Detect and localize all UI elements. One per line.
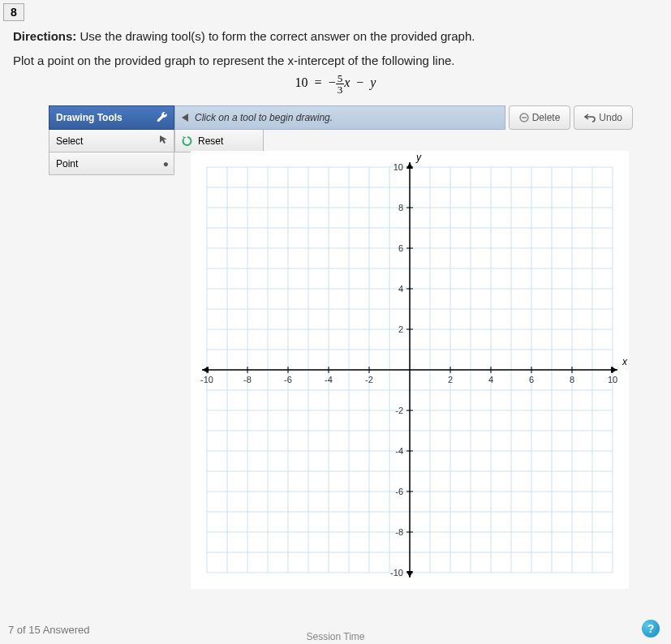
svg-text:4: 4: [488, 375, 493, 384]
point-icon: ●: [163, 158, 169, 170]
eq-frac-bot: 3: [336, 84, 345, 95]
svg-text:6: 6: [398, 243, 403, 253]
delete-icon: [519, 113, 529, 122]
reset-button[interactable]: Reset: [174, 130, 264, 152]
svg-text:-6: -6: [284, 375, 292, 384]
eq-minus: −: [356, 75, 363, 89]
tool-point[interactable]: Point ●: [49, 152, 174, 175]
session-timer-label: Session Time: [306, 631, 364, 642]
svg-text:8: 8: [570, 375, 574, 384]
svg-text:8: 8: [398, 203, 403, 213]
svg-text:x: x: [622, 356, 628, 367]
reset-label: Reset: [198, 135, 223, 147]
tools-list: Select Point ●: [49, 130, 174, 175]
toolbar: Drawing Tools Click on a tool to begin d…: [49, 105, 633, 130]
directions-line: Directions: Use the drawing tool(s) to f…: [13, 29, 475, 43]
svg-text:-2: -2: [395, 406, 403, 415]
svg-text:10: 10: [394, 162, 403, 172]
equation: 10 = −53x − y: [0, 73, 671, 95]
wrench-icon: [156, 111, 169, 124]
eq-x: x: [344, 75, 350, 89]
svg-text:-4: -4: [395, 446, 403, 456]
svg-text:-2: -2: [365, 375, 373, 384]
svg-text:-10: -10: [390, 568, 403, 577]
svg-text:y: y: [415, 152, 422, 163]
svg-text:10: 10: [608, 375, 617, 384]
eq-lhs: 10: [295, 75, 308, 89]
drawing-tools-header: Drawing Tools: [49, 105, 174, 130]
directions-label: Directions:: [13, 29, 76, 43]
eq-frac-top: 5: [336, 73, 345, 84]
cursor-icon: [159, 135, 169, 147]
svg-text:-10: -10: [200, 375, 213, 384]
graph-canvas[interactable]: -10-8-6-4-2246810-10-8-6-4-2246810xy: [191, 151, 629, 589]
delete-button[interactable]: Delete: [509, 105, 571, 130]
svg-text:6: 6: [529, 375, 534, 384]
directions-text: Use the drawing tool(s) to form the corr…: [76, 29, 475, 43]
drawing-panel: Drawing Tools Click on a tool to begin d…: [49, 105, 633, 175]
svg-text:2: 2: [448, 375, 453, 384]
eq-fraction: 53: [336, 73, 345, 95]
delete-label: Delete: [532, 112, 561, 123]
hint-bar: Click on a tool to begin drawing.: [174, 105, 505, 130]
svg-text:-4: -4: [325, 375, 333, 384]
hint-text: Click on a tool to begin drawing.: [195, 112, 333, 123]
undo-label: Undo: [599, 112, 622, 123]
undo-icon: [584, 113, 596, 122]
sub-directions: Plot a point on the provided graph to re…: [13, 54, 455, 67]
drawing-tools-label: Drawing Tools: [56, 112, 123, 123]
reset-icon: [182, 135, 193, 147]
eq-equals: =: [315, 75, 322, 89]
tool-select[interactable]: Select: [49, 130, 174, 152]
help-button[interactable]: ?: [642, 620, 660, 638]
eq-y: y: [370, 75, 376, 89]
svg-text:4: 4: [398, 284, 403, 294]
svg-text:2: 2: [398, 324, 403, 334]
svg-text:-8: -8: [243, 375, 252, 384]
undo-button[interactable]: Undo: [574, 105, 633, 130]
svg-text:-6: -6: [395, 487, 403, 496]
pointer-left-icon: [182, 114, 190, 122]
coordinate-grid: -10-8-6-4-2246810-10-8-6-4-2246810xy: [191, 151, 629, 589]
progress-footer: 7 of 15 Answered: [8, 624, 89, 636]
tool-point-label: Point: [56, 158, 78, 170]
eq-neg: −: [329, 75, 336, 89]
svg-text:-8: -8: [395, 527, 403, 537]
question-number-badge: 8: [3, 3, 24, 21]
tool-select-label: Select: [56, 135, 83, 147]
